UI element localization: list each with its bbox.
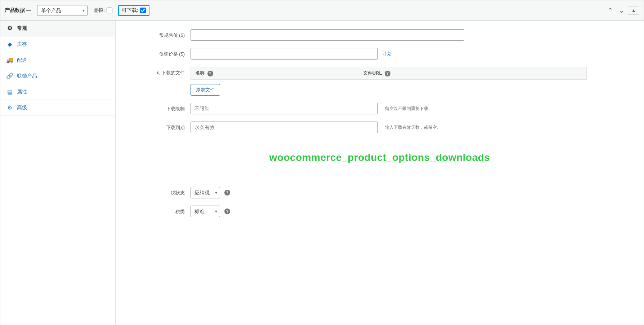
panel-body: ⚙ 常规 ◆ 库存 🚚 配送 🔗 联锁产品 ▤ 属性 ⚙ 高级 [0, 21, 644, 325]
sidebar-item-general-label: 常规 [17, 25, 27, 32]
download-limit-input[interactable] [191, 103, 378, 114]
sidebar-item-attributes-label: 属性 [17, 89, 27, 95]
tax-class-select[interactable]: 标准减税零税率 [191, 206, 220, 217]
download-limit-label: 下载限制 [127, 103, 185, 112]
gear-icon: ⚙ [6, 25, 13, 32]
downloadable-checkbox-group[interactable]: 可下载: [118, 5, 149, 16]
tax-class-label: 税类 [127, 206, 185, 215]
sidebar-item-shipping-label: 配送 [17, 57, 27, 63]
sidebar: ⚙ 常规 ◆ 库存 🚚 配送 🔗 联锁产品 ▤ 属性 ⚙ 高级 [0, 21, 116, 325]
url-col-help-icon[interactable]: ? [385, 71, 390, 76]
tax-status-field: 应纳税运费无 ▾ ? [191, 187, 230, 198]
section-divider [127, 178, 632, 178]
downloadable-checkbox[interactable] [140, 8, 146, 13]
sale-price-row-inner: 计划 [191, 48, 464, 60]
regular-price-input[interactable] [191, 29, 464, 41]
schedule-link[interactable]: 计划 [382, 50, 392, 57]
attributes-icon: ▤ [6, 88, 13, 95]
sidebar-item-advanced[interactable]: ⚙ 高级 [0, 100, 115, 116]
shipping-icon: 🚚 [6, 57, 13, 63]
sidebar-item-general[interactable]: ⚙ 常规 [0, 21, 115, 36]
product-type-select[interactable]: 单个产品 [37, 5, 88, 16]
tax-status-select[interactable]: 应纳税运费无 [191, 187, 220, 198]
tax-status-label: 税状态 [127, 187, 185, 196]
name-col-help-icon[interactable]: ? [207, 71, 213, 76]
add-file-button[interactable]: 添加文件 [191, 84, 220, 96]
sidebar-item-advanced-label: 高级 [17, 105, 27, 111]
collapse-panel-button[interactable]: ▲ [628, 6, 639, 15]
header-actions: ⌃ ⌄ ▲ [605, 6, 639, 15]
download-expiry-input[interactable] [191, 122, 378, 133]
panel-title: 产品数据 — [5, 7, 31, 14]
tax-status-row: 税状态 应纳税运费无 ▾ ? [127, 187, 632, 198]
download-limit-input-row: 留空以不限制重复下载。 [191, 103, 464, 114]
sidebar-item-inventory[interactable]: ◆ 库存 [0, 36, 115, 52]
sidebar-item-linked-label: 联锁产品 [17, 73, 37, 79]
tax-status-help-icon[interactable]: ? [224, 190, 230, 196]
tax-class-help-icon[interactable]: ? [224, 208, 230, 214]
sale-price-row: 促销价格 ($) 计划 [127, 48, 632, 60]
regular-price-label: 常规售价 ($) [127, 29, 185, 39]
panel-header: 产品数据 — 单个产品 ▾ 虚拟: 可下载: ⌃ ⌄ ▲ [0, 0, 644, 21]
tax-status-select-wrapper: 应纳税运费无 ▾ [191, 187, 220, 198]
tax-class-field: 标准减税零税率 ▾ ? [191, 206, 230, 217]
main-content: 常规售价 ($) 促销价格 ($) 计划 可下载的文件 [116, 21, 644, 325]
sale-price-label: 促销价格 ($) [127, 48, 185, 57]
downloadable-files-label: 可下载的文件 [127, 67, 185, 76]
downloadable-files-field: 名称 ? 文件URL ? 添加文件 [191, 67, 587, 96]
hook-label: woocommerce_product_options_downloads [127, 140, 632, 175]
download-limit-row: 下载限制 留空以不限制重复下载。 [127, 103, 632, 114]
sale-price-input[interactable] [191, 48, 378, 60]
virtual-checkbox[interactable] [107, 8, 112, 13]
regular-price-row: 常规售价 ($) [127, 29, 632, 41]
sidebar-item-attributes[interactable]: ▤ 属性 [0, 84, 115, 100]
product-data-panel: 产品数据 — 单个产品 ▾ 虚拟: 可下载: ⌃ ⌄ ▲ ⚙ 常规 [0, 0, 644, 325]
collapse-down-button[interactable]: ⌄ [617, 6, 626, 15]
download-expiry-hint: 输入下载有效天数，或留空。 [385, 124, 441, 131]
virtual-label: 虚拟: [93, 7, 105, 14]
tax-class-select-wrapper: 标准减税零税率 ▾ [191, 206, 220, 217]
sidebar-item-inventory-label: 库存 [17, 41, 27, 48]
download-expiry-label: 下载到期 [127, 122, 185, 131]
regular-price-field [191, 29, 464, 41]
files-table-url-col: 文件URL ? [359, 67, 587, 80]
sidebar-item-shipping[interactable]: 🚚 配送 [0, 52, 115, 68]
virtual-checkbox-group[interactable]: 虚拟: [93, 7, 112, 14]
download-expiry-field: 输入下载有效天数，或留空。 [191, 122, 464, 133]
download-limit-hint: 留空以不限制重复下载。 [385, 106, 433, 112]
inventory-icon: ◆ [6, 41, 13, 48]
tax-class-row: 税类 标准减税零税率 ▾ ? [127, 206, 632, 217]
files-table-name-col: 名称 ? [191, 67, 359, 80]
downloadable-label: 可下载: [122, 7, 138, 14]
collapse-up-button[interactable]: ⌃ [605, 6, 615, 15]
download-limit-field: 留空以不限制重复下载。 [191, 103, 464, 114]
sale-price-field: 计划 [191, 48, 464, 60]
download-expiry-input-row: 输入下载有效天数，或留空。 [191, 122, 464, 133]
files-table: 名称 ? 文件URL ? [191, 67, 587, 80]
downloadable-files-row: 可下载的文件 名称 ? 文件URL ? [127, 67, 632, 96]
advanced-icon: ⚙ [6, 104, 13, 111]
link-icon: 🔗 [6, 73, 13, 79]
download-expiry-row: 下载到期 输入下载有效天数，或留空。 [127, 122, 632, 133]
sidebar-item-linked-products[interactable]: 🔗 联锁产品 [0, 68, 115, 84]
product-type-wrapper: 单个产品 ▾ [37, 5, 88, 16]
